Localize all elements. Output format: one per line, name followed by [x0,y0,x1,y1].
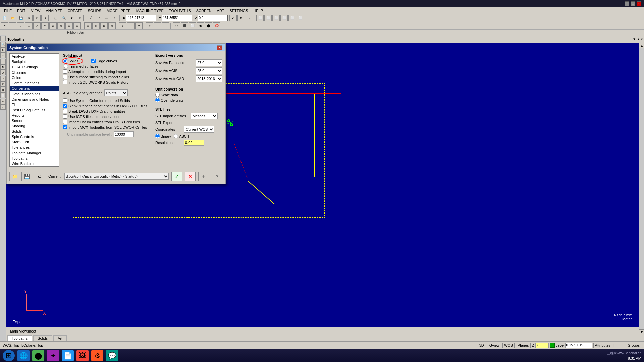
menu-create[interactable]: CREATE [65,8,85,13]
tb-line[interactable]: ╱ [87,15,94,21]
tb-rotate[interactable]: ↻ [76,15,84,21]
blank-paper-checkbox[interactable] [63,104,67,108]
z-status-input[interactable] [535,343,549,348]
tb2-26[interactable]: ⭕ [213,22,220,29]
coordinates-select[interactable]: Current WCS World [184,126,214,133]
toolpaths-maximize-icon[interactable]: ▲ [637,37,640,41]
dialog-close-btn[interactable]: × [217,45,222,50]
side-icon-11[interactable]: ⬜ [0,93,6,98]
side-icon-1[interactable]: ⬚ [0,36,6,41]
tb-zoom[interactable]: 🔍 [60,15,67,21]
tb2-3[interactable]: ○ [17,22,24,29]
btn-gview[interactable]: Gview [488,343,501,348]
export-parasolid-select[interactable]: 27.0 26.0 25.0 [196,59,222,66]
btab-art[interactable]: Art [53,335,67,341]
tb2-24[interactable]: ◉ [197,22,204,29]
btn-3d[interactable]: 3D [477,343,486,348]
tb-view2[interactable]: ⬜ [264,15,272,21]
menu-model-prep[interactable]: MODEL PREP [104,8,133,13]
tb-new[interactable]: 📄 [1,15,8,21]
side-icon-2[interactable]: 🔍 [0,42,6,47]
tb2-1[interactable]: + [1,22,8,29]
override-units-radio[interactable] [155,98,160,102]
tb2-14[interactable]: ▧ [108,22,116,29]
tree-item-colors[interactable]: Colors [10,75,59,80]
taskbar-app2[interactable]: 📄 [62,350,74,361]
taskbar-app4[interactable]: ⚙ [91,350,103,361]
tree-item-dimensions[interactable]: Dimensions and Notes [10,97,59,102]
binary-radio[interactable] [155,134,160,138]
tree-item-screen[interactable]: Screen [10,118,59,123]
menu-edit[interactable]: EDIT [14,8,28,13]
side-icon-12[interactable]: + [0,99,6,104]
tb-rect[interactable]: ▭ [103,15,110,21]
tb-redo[interactable]: ↪ [41,15,49,21]
toolpaths-close-icon[interactable]: × [641,37,643,41]
tb-select[interactable]: ⬚ [52,15,59,21]
btab-solids[interactable]: Solids [33,335,52,341]
z-input[interactable] [198,15,228,21]
tree-item-default-machines[interactable]: Default Machines [10,91,59,97]
tb-circle[interactable]: ○ [111,15,118,21]
side-icon-9[interactable]: ◎ [0,81,6,87]
tb2-10[interactable]: ⊟ [73,22,81,29]
tb2-15[interactable]: ↕ [119,22,126,29]
solids-radio[interactable] [63,59,67,63]
tree-item-solids[interactable]: Solids [10,129,59,134]
trimmed-surfaces-radio[interactable] [64,64,68,68]
tree-item-communications[interactable]: Communications [10,80,59,86]
tree-item-reports[interactable]: Reports [10,113,59,118]
toolpaths-minimize-icon[interactable]: ▼ [633,37,636,41]
side-icon-7[interactable]: ⊕ [0,70,6,75]
minimize-btn[interactable]: _ [625,1,629,6]
tb2-6[interactable]: ~ [41,22,49,29]
footer-cancel-btn[interactable]: ✕ [185,172,196,181]
tb-clear[interactable]: ✕ [237,15,245,21]
tb2-9[interactable]: ⊞ [65,22,73,29]
footer-print-btn[interactable]: 🖨 [34,172,44,181]
tb2-13[interactable]: ▦ [100,22,108,29]
solidworks-history-checkbox[interactable] [63,80,67,84]
tb-arc[interactable]: ◠ [95,15,102,21]
resolution-input[interactable] [184,140,204,146]
menu-help[interactable]: HELP [251,8,266,13]
viewsheet-tab[interactable]: Main Viewsheet [6,328,40,334]
export-autocad-select[interactable]: 2013-2016 2010-2012 2007-2009 [196,75,222,82]
x-input[interactable] [126,15,156,21]
taskbar-app1[interactable]: ✦ [47,350,59,361]
menu-view[interactable]: VIEW [28,8,43,13]
tree-item-post-dialog[interactable]: Post Dialog Defaults [10,107,59,113]
tb2-5[interactable]: △ [33,22,41,29]
import-mcx-checkbox[interactable] [63,125,67,129]
tb-view4[interactable]: ⬜ [280,15,288,21]
btn-attributes[interactable]: Attributes [593,343,612,348]
footer-ok-btn[interactable]: ✓ [171,172,182,181]
tb-pan[interactable]: ✥ [68,15,75,21]
tb2-17[interactable]: ⇔ [135,22,143,29]
btab-toolpaths[interactable]: Toolpaths [7,335,32,341]
side-icon-4[interactable]: ↔ [0,53,6,58]
tb-view5[interactable]: ⬜ [288,15,296,21]
side-icon-8[interactable]: □ [0,76,6,81]
btn-planes[interactable]: Planes [516,343,531,348]
use-system-color-checkbox[interactable] [63,98,67,103]
break-dwg-checkbox[interactable] [63,109,67,113]
tree-item-chaining[interactable]: Chaining [10,70,59,75]
tb2-2[interactable]: - [9,22,16,29]
tb2-11[interactable]: ▤ [84,22,92,29]
tb-save[interactable]: 💾 [17,15,24,21]
tb2-20[interactable]: ⋯ [162,22,169,29]
tb-view6[interactable]: ⬜ [297,15,304,21]
btn-wcs[interactable]: WCS [502,343,515,348]
footer-add-btn[interactable]: + [198,172,209,181]
menu-art[interactable]: ART [214,8,227,13]
footer-folder-btn[interactable]: 📁 [9,172,20,181]
side-icon-6[interactable]: ↻ [0,64,6,70]
y-input[interactable] [162,15,192,21]
menu-machine-type[interactable]: MACHINE TYPE [133,8,166,13]
scroll-down-btn[interactable]: ▼ [639,329,644,335]
side-icon-5[interactable]: ↕ [0,59,6,64]
menu-file[interactable]: FILE [1,8,14,13]
tb2-4[interactable]: □ [25,22,33,29]
footer-save-btn[interactable]: 💾 [21,172,32,181]
